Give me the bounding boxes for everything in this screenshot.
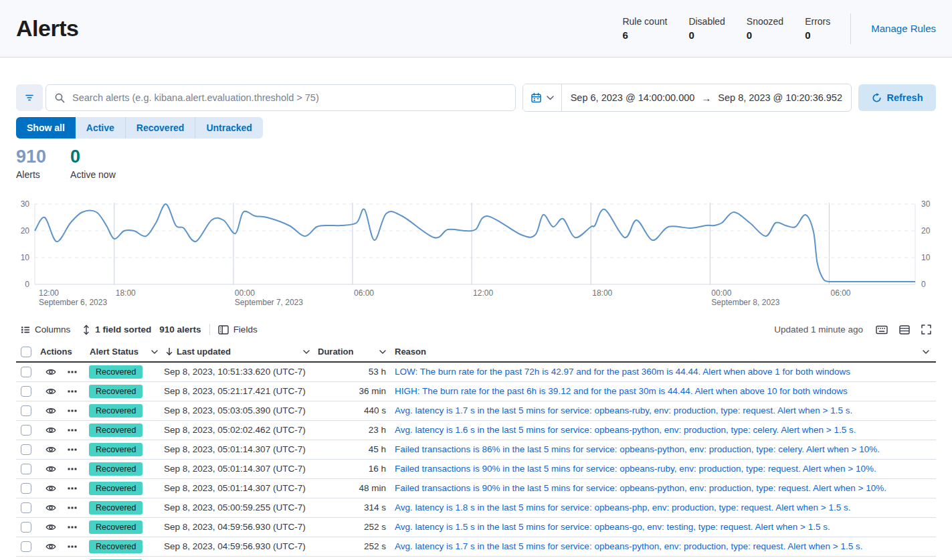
- status-filter-show-all[interactable]: Show all: [16, 117, 76, 138]
- search-input[interactable]: [71, 92, 507, 104]
- table-row: RecoveredSep 8, 2023, 05:01:14.307 (UTC-…: [16, 440, 936, 460]
- keyboard-shortcuts-button[interactable]: [876, 325, 888, 335]
- view-alert-button[interactable]: [45, 522, 56, 533]
- summary-value: 0: [70, 147, 116, 167]
- row-checkbox[interactable]: [21, 464, 31, 474]
- chevron-down-icon[interactable]: [151, 350, 158, 354]
- view-alert-button[interactable]: [45, 367, 56, 377]
- duration-cell: 36 min: [311, 386, 387, 396]
- row-checkbox[interactable]: [21, 386, 31, 397]
- eye-icon: [45, 522, 56, 533]
- view-alert-button[interactable]: [45, 405, 56, 416]
- fields-button[interactable]: Fields: [218, 324, 258, 335]
- status-filter-active[interactable]: Active: [76, 117, 126, 138]
- eye-icon: [45, 464, 56, 474]
- col-duration[interactable]: Duration: [311, 347, 387, 357]
- row-checkbox[interactable]: [21, 541, 31, 552]
- header-stat: Errors0: [805, 16, 830, 41]
- alerts-count-label: 910 alerts: [159, 324, 201, 335]
- summary-value: 910: [16, 147, 46, 167]
- display-density-button[interactable]: [899, 325, 910, 335]
- status-badge: Recovered: [89, 521, 142, 534]
- row-checkbox[interactable]: [21, 405, 31, 416]
- alerts-histogram: 12:00September 6, 202318:0000:00Septembe…: [0, 197, 952, 310]
- view-alert-button[interactable]: [45, 444, 56, 455]
- svg-text:30: 30: [921, 199, 931, 209]
- reason-link[interactable]: Avg. latency is 1.6 s in the last 5 mins…: [395, 425, 856, 435]
- more-actions-button[interactable]: [67, 405, 78, 416]
- more-actions-button[interactable]: [67, 444, 78, 455]
- reason-link[interactable]: Avg. latency is 1.7 s in the last 5 mins…: [395, 541, 863, 551]
- reason-link[interactable]: HIGH: The burn rate for the past 6h is 3…: [395, 386, 848, 396]
- reason-link[interactable]: Avg. latency is 1.8 s in the last 5 mins…: [395, 502, 851, 512]
- reason-link[interactable]: Failed transactions is 86% in the last 5…: [395, 444, 880, 454]
- alerts-page: Alerts Rule count6Disabled0Snoozed0Error…: [0, 0, 952, 560]
- refresh-button[interactable]: Refresh: [858, 84, 936, 111]
- more-actions-button[interactable]: [67, 425, 78, 436]
- view-alert-button[interactable]: [45, 541, 56, 552]
- chevron-down-icon[interactable]: [923, 350, 929, 354]
- calendar-menu-button[interactable]: [523, 84, 562, 111]
- row-checkbox[interactable]: [21, 522, 31, 533]
- status-badge: Recovered: [89, 385, 142, 398]
- sorted-fields-button[interactable]: 1 field sorted: [82, 324, 151, 335]
- select-all-checkbox[interactable]: [21, 347, 31, 357]
- fullscreen-button[interactable]: [921, 324, 931, 335]
- date-end[interactable]: Sep 8, 2023 @ 10:20:36.952: [718, 92, 842, 103]
- date-range: Sep 6, 2023 @ 14:00:00.000 → Sep 8, 2023…: [562, 92, 851, 104]
- more-actions-button[interactable]: [67, 541, 78, 552]
- svg-text:10: 10: [21, 253, 30, 262]
- reason-link[interactable]: Failed transactions is 90% in the last 5…: [395, 464, 876, 474]
- row-checkbox[interactable]: [21, 425, 31, 436]
- reason-link[interactable]: Avg. latency is 1.5 s in the last 5 mins…: [395, 522, 830, 532]
- calendar-icon: [531, 92, 542, 104]
- columns-button[interactable]: Columns: [21, 324, 70, 335]
- col-alert-status[interactable]: Alert Status: [87, 347, 161, 357]
- row-checkbox[interactable]: [21, 483, 31, 494]
- view-alert-button[interactable]: [45, 386, 56, 397]
- header-stat: Rule count6: [622, 16, 667, 41]
- duration-cell: 23 h: [311, 425, 387, 435]
- more-actions-button[interactable]: [67, 464, 78, 474]
- filter-toggle-button[interactable]: [16, 84, 43, 111]
- more-actions-button[interactable]: [67, 367, 78, 377]
- view-alert-button[interactable]: [45, 502, 56, 513]
- last-updated-cell: Sep 8, 2023, 10:51:33.620 (UTC-7): [161, 367, 311, 377]
- col-reason[interactable]: Reason: [387, 347, 936, 357]
- view-alert-button[interactable]: [45, 464, 56, 474]
- status-badge: Recovered: [89, 443, 142, 456]
- view-alert-button[interactable]: [45, 483, 56, 494]
- page-title: Alerts: [16, 15, 78, 41]
- more-actions-icon: [67, 483, 78, 494]
- eye-icon: [45, 405, 56, 416]
- more-actions-button[interactable]: [67, 386, 78, 397]
- svg-text:20: 20: [21, 226, 30, 236]
- row-checkbox[interactable]: [21, 444, 31, 455]
- arrow-right-icon: →: [701, 92, 711, 104]
- status-badge: Recovered: [89, 365, 142, 379]
- reason-link[interactable]: Avg. latency is 1.7 s in the last 5 mins…: [395, 405, 852, 415]
- eye-icon: [45, 444, 56, 455]
- row-checkbox[interactable]: [21, 502, 31, 513]
- status-filter-untracked[interactable]: Untracked: [195, 117, 262, 138]
- columns-icon: [21, 325, 30, 335]
- chevron-down-icon[interactable]: [303, 350, 310, 354]
- reason-link[interactable]: Failed transactions is 90% in the last 5…: [395, 483, 886, 493]
- row-checkbox[interactable]: [21, 367, 31, 377]
- table-row: RecoveredSep 8, 2023, 05:00:59.255 (UTC-…: [16, 498, 936, 518]
- manage-rules-link[interactable]: Manage Rules: [871, 23, 936, 34]
- view-alert-button[interactable]: [45, 425, 56, 436]
- more-actions-button[interactable]: [67, 522, 78, 533]
- controls-row: Sep 6, 2023 @ 14:00:00.000 → Sep 8, 2023…: [16, 84, 936, 111]
- col-last-updated[interactable]: Last updated: [161, 347, 311, 357]
- more-actions-button[interactable]: [67, 483, 78, 494]
- svg-text:06:00: 06:00: [354, 288, 374, 298]
- refresh-icon: [872, 93, 882, 103]
- svg-text:September 7, 2023: September 7, 2023: [235, 298, 303, 307]
- date-start[interactable]: Sep 6, 2023 @ 14:00:00.000: [571, 92, 695, 103]
- reason-link[interactable]: LOW: The burn rate for the past 72h is 4…: [395, 367, 850, 377]
- summary-label: Active now: [70, 169, 116, 180]
- more-actions-button[interactable]: [67, 502, 78, 513]
- chevron-down-icon[interactable]: [379, 350, 386, 354]
- status-filter-recovered[interactable]: Recovered: [126, 117, 196, 138]
